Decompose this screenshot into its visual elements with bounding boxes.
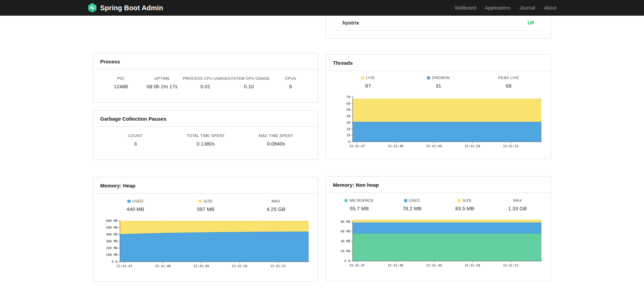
process-panel-body: PID 12488 UPTIME 0d 0h 2m 17s PROCESS CP… <box>93 70 318 102</box>
svg-text:15:41:50: 15:41:50 <box>464 144 480 148</box>
metric-pid: PID 12488 <box>100 76 141 89</box>
metric-gc-max-time: MAX TIME SPENT 0.0840s <box>241 134 311 147</box>
metric-heap-size: SIZE 597 MB <box>170 199 241 212</box>
gc-metrics: COUNT 3 TOTAL TIME SPENT 0.1380s MAX TIM… <box>100 134 311 147</box>
process-panel: Process PID 12488 UPTIME 0d 0h 2m 17s PR… <box>93 53 318 103</box>
svg-text:30: 30 <box>347 121 351 124</box>
svg-text:40: 40 <box>347 114 351 118</box>
svg-text:70: 70 <box>347 95 351 99</box>
metric-threads-daemon: DAEMON 31 <box>403 76 473 89</box>
memory-heap-chart: 600 MB500 MB400 MB300 MB200 MB100 MB0 B1… <box>100 217 311 271</box>
svg-text:600 MB: 600 MB <box>106 219 118 223</box>
panel-grid: Process PID 12488 UPTIME 0d 0h 2m 17s PR… <box>93 16 551 282</box>
metric-gc-total-time: TOTAL TIME SPENT 0.1380s <box>170 134 241 147</box>
svg-text:60: 60 <box>347 102 351 105</box>
svg-text:15:41:48: 15:41:48 <box>388 144 403 148</box>
used-swatch-icon <box>404 199 407 202</box>
nav-item-applications[interactable]: Applications <box>485 5 511 11</box>
svg-text:15:41:47: 15:41:47 <box>349 144 365 148</box>
metric-heap-used: USED 440 MB <box>100 199 170 212</box>
svg-text:15:41:51: 15:41:51 <box>503 144 519 148</box>
svg-text:300 MB: 300 MB <box>106 239 118 243</box>
gc-panel: Garbage Collection Pauses COUNT 3 TOTAL … <box>93 110 318 160</box>
memory-nonheap-panel-title: Memory: Non heap <box>326 177 551 193</box>
svg-text:15:41:49: 15:41:49 <box>426 144 442 148</box>
nav-item-journal[interactable]: Journal <box>519 5 535 11</box>
svg-text:200 MB: 200 MB <box>106 246 118 250</box>
svg-text:15:41:50: 15:41:50 <box>232 264 247 268</box>
metric-nonheap-used: USED 78.2 MB <box>386 198 439 211</box>
svg-text:15:41:51: 15:41:51 <box>270 264 286 268</box>
memory-nonheap-panel-body: METASPACE 55.7 MB USED 78.2 MB SIZE 83.5… <box>326 193 551 281</box>
nav-item-about[interactable]: About <box>544 5 556 11</box>
svg-text:100 MB: 100 MB <box>106 253 118 257</box>
svg-text:15:41:51: 15:41:51 <box>503 263 519 267</box>
svg-text:15:41:47: 15:41:47 <box>349 263 365 267</box>
memory-heap-panel-body: USED 440 MB SIZE 597 MB MAX 4.25 GB 600 … <box>93 194 318 282</box>
health-panel: hystrix UP <box>326 16 551 39</box>
svg-text:15:41:47: 15:41:47 <box>117 264 132 268</box>
metric-gc-count: COUNT 3 <box>100 134 170 147</box>
svg-text:60 MB: 60 MB <box>340 229 350 233</box>
svg-text:0 B: 0 B <box>112 260 118 263</box>
svg-text:15:41:48: 15:41:48 <box>155 264 171 268</box>
memory-nonheap-chart: 80 MB60 MB40 MB20 MB0 B15:41:4715:41:481… <box>333 216 544 270</box>
threads-panel: Threads LIVE 67 DAEMON 31 PEAK LIVE <box>326 54 551 159</box>
brand-logo-icon <box>88 3 97 13</box>
svg-text:500 MB: 500 MB <box>106 226 118 229</box>
svg-text:20 MB: 20 MB <box>340 249 350 253</box>
metric-nonheap-max: MAX 1.33 GB <box>491 198 544 211</box>
threads-legend: LIVE 67 DAEMON 31 PEAK LIVE 68 <box>333 76 544 89</box>
svg-text:400 MB: 400 MB <box>106 232 118 236</box>
metric-heap-max: MAX 4.25 GB <box>241 199 311 212</box>
left-column: Process PID 12488 UPTIME 0d 0h 2m 17s PR… <box>93 16 318 282</box>
process-metrics: PID 12488 UPTIME 0d 0h 2m 17s PROCESS CP… <box>100 76 311 89</box>
size-swatch-icon <box>199 200 202 203</box>
metric-process-cpu: PROCESS CPU USAGE 0.01 <box>183 76 228 89</box>
navbar-inner: Spring Boot Admin Wallboard Applications… <box>88 0 556 16</box>
health-row: hystrix UP <box>334 16 542 31</box>
metaspace-swatch-icon <box>344 199 348 202</box>
right-column: hystrix UP Threads LIVE 67 DAEMON 31 <box>326 16 551 281</box>
gc-panel-title: Garbage Collection Pauses <box>93 110 318 127</box>
threads-panel-title: Threads <box>326 55 551 71</box>
svg-text:15:41:48: 15:41:48 <box>388 263 403 267</box>
size-swatch-icon <box>458 199 461 202</box>
svg-text:10: 10 <box>347 133 351 137</box>
metric-threads-peak: PEAK LIVE 68 <box>474 76 544 89</box>
metric-uptime: UPTIME 0d 0h 2m 17s <box>141 76 183 89</box>
svg-text:15:41:49: 15:41:49 <box>426 263 442 267</box>
health-service-name: hystrix <box>342 20 359 26</box>
svg-text:15:41:50: 15:41:50 <box>464 263 480 267</box>
process-panel-title: Process <box>93 53 318 70</box>
nonheap-legend: METASPACE 55.7 MB USED 78.2 MB SIZE 83.5… <box>333 198 544 211</box>
metric-threads-live: LIVE 67 <box>333 76 403 89</box>
heap-legend: USED 440 MB SIZE 597 MB MAX 4.25 GB <box>100 199 311 212</box>
svg-text:20: 20 <box>347 127 351 131</box>
svg-text:0: 0 <box>348 140 350 143</box>
memory-heap-panel: Memory: Heap USED 440 MB SIZE 597 MB MAX <box>93 177 318 282</box>
navbar: Spring Boot Admin Wallboard Applications… <box>0 0 644 16</box>
nav-item-wallboard[interactable]: Wallboard <box>455 5 476 11</box>
svg-text:50: 50 <box>347 108 351 111</box>
metric-nonheap-size: SIZE 83.5 MB <box>439 198 491 211</box>
live-swatch-icon <box>361 76 364 79</box>
svg-text:15:41:49: 15:41:49 <box>194 264 209 268</box>
svg-text:80 MB: 80 MB <box>340 220 350 224</box>
status-badge: UP <box>528 20 534 26</box>
memory-nonheap-panel: Memory: Non heap METASPACE 55.7 MB USED … <box>326 176 551 281</box>
metric-cpus: CPUS 8 <box>270 76 311 89</box>
brand-title: Spring Boot Admin <box>100 4 163 12</box>
metric-system-cpu: SYSTEM CPU USAGE 0.10 <box>228 76 270 89</box>
svg-text:0 B: 0 B <box>344 259 350 263</box>
main-content: Process PID 12488 UPTIME 0d 0h 2m 17s PR… <box>93 16 551 282</box>
svg-text:40 MB: 40 MB <box>340 239 350 243</box>
gc-panel-body: COUNT 3 TOTAL TIME SPENT 0.1380s MAX TIM… <box>93 127 318 159</box>
threads-panel-body: LIVE 67 DAEMON 31 PEAK LIVE 68 706050403… <box>326 71 551 159</box>
metric-metaspace: METASPACE 55.7 MB <box>333 198 386 211</box>
threads-chart: 70605040302010015:41:4715:41:4815:41:491… <box>333 93 544 151</box>
brand[interactable]: Spring Boot Admin <box>88 3 163 13</box>
memory-heap-panel-title: Memory: Heap <box>93 177 318 194</box>
used-swatch-icon <box>127 200 131 203</box>
daemon-swatch-icon <box>427 76 430 79</box>
